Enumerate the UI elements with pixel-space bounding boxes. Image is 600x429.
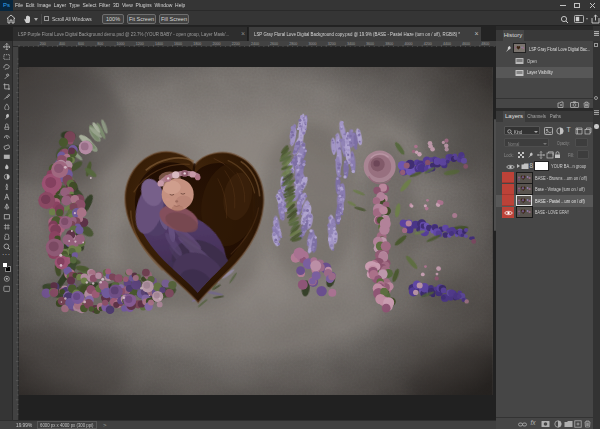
svg-text:800: 800: [97, 42, 103, 46]
svg-text:2800: 2800: [289, 42, 297, 46]
svg-text:200: 200: [40, 42, 46, 46]
svg-text:4200: 4200: [424, 42, 432, 46]
svg-text:3400: 3400: [347, 42, 355, 46]
svg-text:3200: 3200: [328, 42, 336, 46]
svg-text:1800: 1800: [193, 42, 201, 46]
svg-text:600: 600: [78, 42, 84, 46]
svg-text:1200: 1200: [136, 42, 144, 46]
svg-text:4800: 4800: [481, 42, 489, 46]
svg-text:2600: 2600: [270, 42, 278, 46]
svg-text:2000: 2000: [213, 42, 221, 46]
svg-text:2400: 2400: [251, 42, 259, 46]
svg-text:2200: 2200: [232, 42, 240, 46]
svg-text:4000: 4000: [405, 42, 413, 46]
svg-text:3000: 3000: [309, 42, 317, 46]
svg-text:1400: 1400: [155, 42, 163, 46]
svg-text:1600: 1600: [174, 42, 182, 46]
svg-text:4600: 4600: [462, 42, 470, 46]
svg-text:4400: 4400: [443, 42, 451, 46]
svg-text:3800: 3800: [385, 42, 393, 46]
svg-text:400: 400: [59, 42, 65, 46]
svg-text:1000: 1000: [117, 42, 125, 46]
svg-text:3600: 3600: [366, 42, 374, 46]
